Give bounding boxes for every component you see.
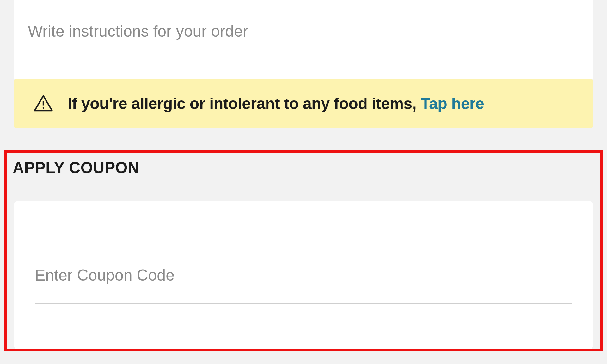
warning-triangle-icon <box>33 93 54 114</box>
allergy-tap-here-link[interactable]: Tap here <box>421 95 484 112</box>
instructions-card <box>14 0 593 79</box>
svg-point-1 <box>43 107 44 109</box>
checkout-screen-fragment: If you're allergic or intolerant to any … <box>0 0 607 364</box>
coupon-code-input[interactable] <box>35 262 572 304</box>
coupon-card <box>14 201 593 349</box>
apply-coupon-heading: APPLY COUPON <box>13 159 139 177</box>
allergy-message: If you're allergic or intolerant to any … <box>68 95 421 112</box>
instructions-input-wrap <box>28 18 579 59</box>
coupon-input-wrap <box>35 262 572 304</box>
allergy-banner[interactable]: If you're allergic or intolerant to any … <box>14 79 593 128</box>
allergy-text: If you're allergic or intolerant to any … <box>68 94 484 113</box>
order-instructions-input[interactable] <box>28 18 579 51</box>
